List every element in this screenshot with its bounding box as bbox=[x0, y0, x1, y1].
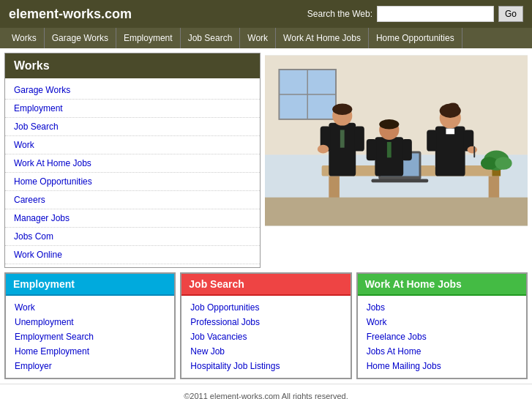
employment-link-work[interactable]: Work bbox=[9, 300, 171, 315]
workathome-link-freelance[interactable]: Freelance Jobs bbox=[361, 329, 523, 344]
nav-item-work-at-home[interactable]: Work At Home Jobs bbox=[276, 28, 369, 48]
workathome-link-home-mailing[interactable]: Home Mailing Jobs bbox=[361, 359, 523, 373]
office-image bbox=[265, 53, 528, 228]
svg-rect-29 bbox=[367, 139, 377, 160]
svg-rect-10 bbox=[372, 179, 429, 182]
svg-rect-40 bbox=[265, 198, 528, 226]
nav-bar: Works Garage Works Employment Job Search… bbox=[0, 28, 532, 48]
jobsearch-panel-title: Job Search bbox=[181, 274, 350, 296]
works-link-home-opportunities[interactable]: Home Opportunities bbox=[5, 173, 260, 191]
search-area: Search the Web: Go bbox=[307, 6, 523, 22]
jobsearch-links: Job Opportunities Professional Jobs Job … bbox=[181, 296, 350, 378]
main-content: Works Garage Works Employment Job Search… bbox=[0, 48, 532, 272]
works-panel: Works Garage Works Employment Job Search… bbox=[4, 53, 261, 268]
footer: ©2011 element-works.com All rights reser… bbox=[0, 384, 532, 399]
workathome-link-jobs-at-home[interactable]: Jobs At Home bbox=[361, 344, 523, 359]
works-link-employment[interactable]: Employment bbox=[5, 100, 260, 118]
nav-item-job-search[interactable]: Job Search bbox=[181, 28, 241, 48]
svg-point-20 bbox=[332, 104, 352, 116]
svg-rect-36 bbox=[427, 130, 437, 151]
nav-item-home-opportunities[interactable]: Home Opportunities bbox=[369, 28, 462, 48]
nav-item-employment[interactable]: Employment bbox=[116, 28, 181, 48]
employment-links: Work Unemployment Employment Search Home… bbox=[6, 296, 174, 378]
works-link-work-online[interactable]: Work Online bbox=[5, 246, 260, 264]
svg-point-27 bbox=[379, 119, 399, 130]
works-links: Garage Works Employment Job Search Work … bbox=[5, 78, 260, 267]
svg-point-34 bbox=[447, 103, 459, 111]
nav-item-works[interactable]: Works bbox=[4, 28, 45, 48]
nav-item-work[interactable]: Work bbox=[240, 28, 276, 48]
works-link-garage-works[interactable]: Garage Works bbox=[5, 81, 260, 100]
jobsearch-panel: Job Search Job Opportunities Professiona… bbox=[180, 272, 351, 379]
svg-point-38 bbox=[468, 146, 478, 154]
works-panel-title: Works bbox=[5, 53, 260, 78]
svg-rect-35 bbox=[446, 129, 454, 135]
works-link-careers[interactable]: Careers bbox=[5, 191, 260, 209]
svg-point-17 bbox=[495, 157, 512, 169]
workathome-panel-title: Work At Home Jobs bbox=[358, 274, 526, 296]
workathome-link-jobs[interactable]: Jobs bbox=[361, 300, 523, 315]
workathome-panel: Work At Home Jobs Jobs Work Freelance Jo… bbox=[356, 272, 528, 379]
svg-rect-28 bbox=[387, 142, 391, 157]
employment-link-employment-search[interactable]: Employment Search bbox=[9, 329, 171, 344]
employment-link-employer[interactable]: Employer bbox=[9, 359, 171, 373]
svg-rect-23 bbox=[354, 127, 364, 152]
jobsearch-link-new-job[interactable]: New Job bbox=[184, 344, 347, 359]
office-image-area bbox=[265, 53, 528, 268]
header: element-works.com Search the Web: Go bbox=[0, 0, 532, 28]
svg-rect-21 bbox=[340, 130, 345, 147]
bottom-section: Employment Work Unemployment Employment … bbox=[4, 272, 528, 379]
search-input[interactable] bbox=[377, 6, 494, 22]
works-link-manager-jobs[interactable]: Manager Jobs bbox=[5, 209, 260, 228]
works-link-work-at-home[interactable]: Work At Home Jobs bbox=[5, 154, 260, 173]
works-link-jobs-com[interactable]: Jobs Com bbox=[5, 228, 260, 246]
works-link-work[interactable]: Work bbox=[5, 136, 260, 154]
jobsearch-link-vacancies[interactable]: Job Vacancies bbox=[184, 329, 347, 344]
employment-panel-title: Employment bbox=[6, 274, 174, 296]
workathome-link-work[interactable]: Work bbox=[361, 315, 523, 329]
svg-rect-30 bbox=[402, 139, 412, 160]
jobsearch-link-hospitality[interactable]: Hospitality Job Listings bbox=[184, 359, 347, 373]
footer-text: ©2011 element-works.com All rights reser… bbox=[184, 392, 348, 399]
employment-link-unemployment[interactable]: Unemployment bbox=[9, 315, 171, 329]
search-button[interactable]: Go bbox=[498, 6, 523, 22]
nav-item-garage-works[interactable]: Garage Works bbox=[45, 28, 116, 48]
works-link-job-search[interactable]: Job Search bbox=[5, 118, 260, 136]
workathome-links: Jobs Work Freelance Jobs Jobs At Home Ho… bbox=[358, 296, 526, 378]
search-label: Search the Web: bbox=[307, 9, 372, 19]
svg-point-24 bbox=[318, 145, 329, 154]
jobsearch-link-opportunities[interactable]: Job Opportunities bbox=[184, 300, 347, 315]
jobsearch-link-professional[interactable]: Professional Jobs bbox=[184, 315, 347, 329]
site-title: element-works.com bbox=[9, 7, 132, 22]
employment-link-home-employment[interactable]: Home Employment bbox=[9, 344, 171, 359]
svg-rect-39 bbox=[473, 146, 475, 158]
employment-panel: Employment Work Unemployment Employment … bbox=[4, 272, 176, 379]
